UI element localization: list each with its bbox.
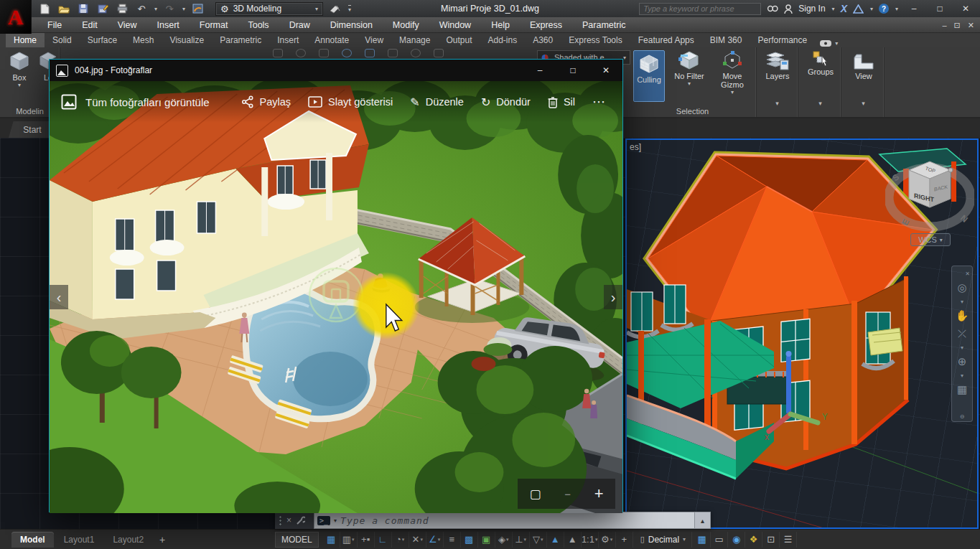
ribbon-tab[interactable]: Annotate [307, 33, 357, 47]
3d-object-snap-icon[interactable]: ◈▾ [495, 532, 513, 548]
ribbon-tab[interactable]: Parametric [212, 33, 269, 47]
box-button[interactable]: Box▾ [4, 50, 34, 88]
workspace-dropdown[interactable]: ⚙ 3D Modeling ▾ [215, 2, 323, 16]
polar-tracking-icon[interactable]: ◔▾ [392, 532, 409, 548]
ortho-mode-icon[interactable]: ∟ [375, 532, 392, 548]
sign-in-dropdown-icon[interactable]: ▾ [832, 6, 835, 12]
app-close-button[interactable]: ✕ [956, 4, 976, 14]
ribbon-tab[interactable]: A360 [525, 33, 561, 47]
navbar-close-icon[interactable]: ✕ [965, 272, 970, 276]
snap-mode-icon[interactable]: ▥▾ [340, 532, 358, 548]
active-viewport[interactable]: es] [625, 139, 979, 529]
redo-icon[interactable]: ↷ [162, 2, 177, 15]
command-line-customize-icon[interactable] [296, 516, 305, 525]
menu-item[interactable]: Edit [72, 17, 108, 33]
fit-to-window-button[interactable]: ▢ [529, 487, 541, 502]
culling-button[interactable]: Culling [633, 50, 665, 102]
view-all-photos-button[interactable]: Tüm fotoğrafları görüntüle [61, 94, 210, 110]
ribbon-display-toggle[interactable]: ▾ [819, 39, 838, 47]
save-as-icon[interactable] [95, 2, 110, 15]
menu-item[interactable]: Dimension [320, 17, 383, 33]
doc-minimize-button[interactable]: – [942, 21, 946, 29]
object-snap-icon[interactable]: ∠▾ [426, 532, 444, 548]
layers-button[interactable]: Layers [762, 52, 793, 80]
app-restore-button[interactable]: □ [930, 4, 950, 14]
ribbon-tab[interactable]: Surface [80, 33, 125, 47]
ribbon-buttons-partial[interactable] [273, 49, 444, 57]
photos-close-button[interactable]: ✕ [589, 60, 622, 81]
navbar-dropdown-icon[interactable]: ▾ [961, 300, 963, 304]
ribbon-tab[interactable]: Featured Apps [630, 33, 702, 47]
move-gizmo-button[interactable]: Move Gizmo▾ [712, 50, 752, 95]
layout-tab[interactable]: Layout2 [104, 532, 152, 548]
groups-button[interactable]: Groups [806, 50, 836, 76]
view-panel-expand[interactable]: ▾ [843, 100, 884, 107]
menu-item[interactable]: View [108, 17, 147, 33]
doc-restore-button[interactable]: ⊡ [954, 21, 961, 30]
redo-dropdown-icon[interactable]: ▾ [182, 6, 185, 12]
open-file-icon[interactable] [57, 2, 71, 15]
photos-minimize-button[interactable]: – [523, 60, 556, 81]
selection-cycling-icon[interactable]: ▣ [478, 532, 495, 548]
ribbon-tab[interactable]: Insert [269, 33, 307, 47]
a360-icon[interactable] [853, 4, 864, 14]
dynamic-input-icon[interactable]: +▪ [358, 532, 375, 548]
menu-item[interactable]: Window [429, 17, 481, 33]
menu-item[interactable]: File [37, 17, 72, 33]
menu-item[interactable]: Modify [383, 17, 429, 33]
ribbon-tab[interactable]: Home [6, 33, 45, 47]
sign-in-button[interactable]: Sign In [798, 4, 825, 14]
menu-item[interactable]: Insert [147, 17, 190, 33]
selection-filtering-icon[interactable]: ▽▾ [530, 532, 547, 548]
layout-tab[interactable]: Layout1 [55, 532, 103, 548]
viewcube[interactable]: S E N RIGHT TOP BACK [885, 147, 974, 240]
menu-item[interactable]: Parametric [572, 17, 635, 33]
command-line-grip[interactable] [279, 515, 282, 525]
orbit-icon[interactable]: ⊕ [958, 356, 967, 367]
ribbon-tab[interactable]: Add-ins [480, 33, 526, 47]
new-file-icon[interactable] [37, 2, 52, 15]
ribbon-tab[interactable]: Visualize [162, 33, 212, 47]
pan-icon[interactable]: ✋ [956, 310, 969, 322]
ribbon-tab[interactable]: Express Tools [561, 33, 630, 47]
osnap-tracking-icon[interactable]: ✕▾ [409, 532, 426, 548]
previous-photo-button[interactable]: ‹ [50, 285, 68, 309]
wcs-dropdown[interactable]: WCS▾ [910, 233, 951, 246]
customization-icon[interactable]: ☰ [780, 532, 797, 548]
new-layout-button[interactable]: + [152, 534, 172, 545]
user-icon[interactable] [784, 4, 793, 14]
groups-panel-expand[interactable]: ▾ [800, 100, 841, 107]
isolate-objects-icon[interactable]: ◉ [728, 532, 745, 548]
hardware-acceleration-icon[interactable]: ❖ [745, 532, 762, 548]
quick-calc-icon[interactable]: ▦ [694, 532, 711, 548]
more-button[interactable]: ⋯ [588, 91, 611, 113]
workspace-switching-icon[interactable]: ⚙▾ [599, 532, 616, 548]
navbar-collapse-icon[interactable]: ⊖ [960, 415, 965, 418]
sheet-set-icon[interactable] [328, 2, 342, 15]
autocad-logo[interactable]: A [0, 0, 32, 34]
menu-item[interactable]: Draw [279, 17, 320, 33]
command-line-close-icon[interactable]: × [286, 515, 291, 525]
command-input[interactable]: >_ ▾ Type a command [314, 512, 695, 529]
dynamic-ucs-icon[interactable]: ⊥▾ [513, 532, 530, 548]
command-history-toggle[interactable]: ▴ [695, 512, 711, 529]
next-photo-button[interactable]: › [604, 285, 622, 309]
autoscale-icon[interactable]: ▲ [564, 532, 582, 548]
plot-icon[interactable] [115, 2, 129, 15]
menu-item[interactable]: Express [520, 17, 572, 33]
zoom-in-button[interactable]: + [594, 484, 604, 503]
qat-extra-icon[interactable] [190, 2, 205, 15]
lineweight-icon[interactable]: ≡ [444, 532, 461, 548]
undo-icon[interactable]: ↶ [134, 2, 149, 15]
edit-button[interactable]: ✎ Düzenle [406, 93, 468, 112]
clean-screen-icon[interactable]: ⊡ [762, 532, 780, 548]
customize-qat-icon[interactable]: ▾ [348, 5, 351, 13]
orbit-dropdown-icon[interactable]: ▾ [961, 374, 963, 377]
ribbon-tab[interactable]: Solid [45, 33, 80, 47]
quick-properties-icon[interactable]: ▭ [711, 532, 728, 548]
zoom-extents-icon[interactable]: ⤫ [958, 328, 966, 339]
app-minimize-button[interactable]: – [904, 4, 924, 14]
units-dropdown[interactable]: ▯ Decimal ▾ [635, 532, 692, 548]
transparency-icon[interactable]: ▩ [461, 532, 478, 548]
showmotion-icon[interactable]: ▦ [957, 384, 967, 395]
